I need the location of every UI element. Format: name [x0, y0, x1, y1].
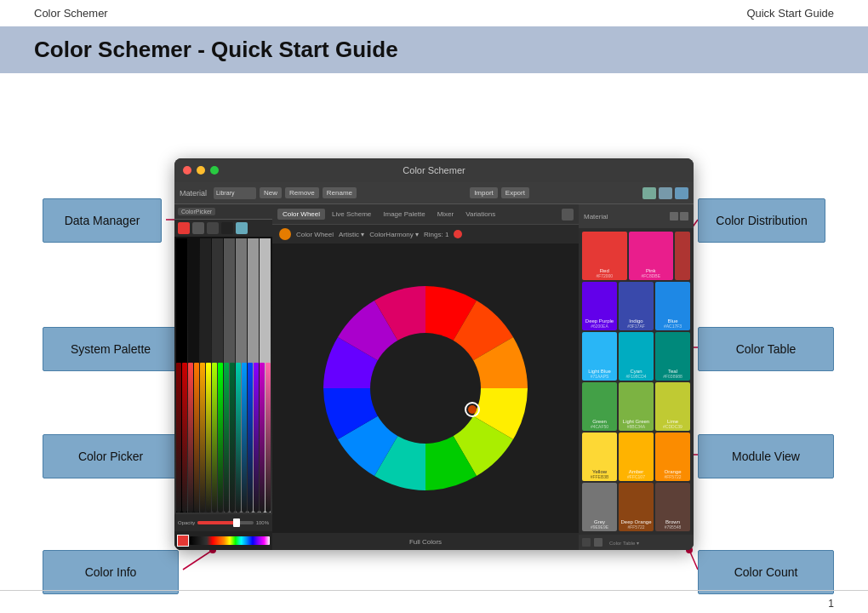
ct-cell-teal: Teal #F038988: [655, 332, 690, 381]
data-manager-label: Data Manager: [43, 198, 162, 243]
ct-cell-indigo: Indigo #3F17AF: [619, 282, 654, 330]
color-table-label: Color Table: [698, 327, 834, 371]
page-title: Color Schemer - Quick Start Guide: [34, 37, 834, 63]
color-wheel-svg: [306, 269, 545, 507]
tab-colorwheel[interactable]: Color Wheel: [277, 209, 325, 220]
color-distribution-label: Color Distribution: [698, 198, 825, 243]
wheel-canvas: [272, 243, 579, 533]
ct-grid: Red #F72000 Pink #FC8DBE Deep Purple: [579, 228, 694, 535]
color-table-panel: Material Red #F72000: [579, 204, 694, 550]
tab-imagepalette[interactable]: Image Palette: [378, 209, 430, 220]
palette-sidebar: ColorPicker: [174, 204, 272, 550]
pencils-area: [174, 237, 272, 514]
export-btn[interactable]: Export: [501, 187, 529, 198]
ct-material-label: Material: [584, 213, 608, 221]
full-colors-label: Full Colors: [272, 533, 579, 550]
system-palette-label: System Palette: [43, 327, 179, 371]
toolbar-icon-2: [659, 187, 672, 199]
wheel-controls: Color Wheel Artistic ▾ ColorHarmony ▾ Ri…: [272, 225, 579, 243]
ct-cell-grey: Grey #9E9E9E: [582, 483, 617, 531]
pencil-bars: [174, 361, 272, 514]
ct-cell-yellow: Yellow #FFEB3B: [582, 433, 617, 481]
app-toolbar: Material Library New Remove Rename Impor…: [174, 182, 694, 204]
ct-cell-red: Red #F72000: [582, 232, 627, 280]
minimize-dot: [197, 166, 205, 175]
picker-swatch-1: [178, 222, 190, 234]
ct-cell-cyan: Cyan #F198CD4: [619, 332, 654, 381]
ct-icon-2: [680, 212, 688, 221]
svg-point-22: [370, 333, 481, 444]
rename-btn[interactable]: Rename: [323, 187, 357, 198]
color-indicator: [454, 230, 462, 238]
ct-row-6: Grey #9E9E9E Deep Orange #FF5722 Brown #…: [582, 483, 690, 531]
close-dot: [183, 166, 191, 175]
ct-cell-amber: Amber #FFC107: [619, 433, 654, 481]
color-info-label: Color Info: [43, 550, 179, 594]
color-dot: [279, 228, 291, 240]
ct-cell-deeporange: Deep Orange #FF5722: [619, 483, 654, 531]
ct-row-5: Yellow #FFEB3B Amber #FFC107 Orange #FF5…: [582, 433, 690, 481]
page-header: Color Schemer Quick Start Guide: [0, 0, 868, 26]
ct-row-3: Light Blue #71AAPS Cyan #F198CD4 Teal #F…: [582, 332, 690, 381]
ct-cell-brown: Brown #795548: [655, 483, 690, 531]
module-view-label: Module View: [698, 434, 834, 478]
picker-swatch-3: [207, 222, 219, 234]
picker-swatch-2: [192, 222, 204, 234]
tab-variations[interactable]: Variations: [460, 209, 500, 220]
picker-swatch-5: [236, 222, 248, 234]
wheel-tabs: Color Wheel Live Scheme Image Palette Mi…: [272, 204, 579, 225]
ct-cell-lightblue: Light Blue #71AAPS: [582, 332, 617, 381]
toolbar-icon-1: [642, 187, 656, 199]
ct-cell-pink: Pink #FC8DBE: [629, 232, 674, 280]
main-content: Data Manager Import / Export Output Copy…: [0, 90, 868, 613]
ct-cell-green: Green #4CAF50: [582, 382, 617, 431]
remove-btn[interactable]: Remove: [285, 187, 319, 198]
ct-cell-deeppurple: Deep Purple #6200EA: [582, 282, 617, 330]
ct-icon-1: [670, 212, 678, 221]
ct-cell-blue: Blue #AC17F3: [655, 282, 690, 330]
svg-line-18: [183, 550, 213, 570]
right-toolbar-icons: [642, 187, 688, 199]
maximize-dot: [210, 166, 219, 175]
app-titlebar: Color Schemer: [174, 158, 694, 182]
svg-point-23: [468, 405, 477, 414]
title-bar: Color Schemer - Quick Start Guide: [0, 26, 868, 73]
header-right: Quick Start Guide: [746, 7, 834, 20]
page-number: 1: [828, 598, 834, 610]
header-left: Color Schemer: [34, 7, 108, 20]
ct-cell-lightgreen: Light Green #8BC34A: [619, 382, 654, 431]
new-btn[interactable]: New: [260, 187, 282, 198]
grid-icon: [562, 209, 574, 221]
ct-cell-orange: Orange #FF5722: [655, 433, 690, 481]
page-footer: 1: [0, 590, 868, 610]
color-count-label: Color Count: [698, 550, 834, 594]
tab-mixer[interactable]: Mixer: [432, 209, 460, 220]
ct-cell-lime: Lime #CDDC39: [655, 382, 690, 431]
opacity-control: Opacity 100%: [174, 514, 272, 531]
ct-statusbar: Color Table ▾: [579, 535, 694, 550]
ct-row-1: Red #F72000 Pink #FC8DBE: [582, 232, 690, 280]
svg-line-20: [689, 550, 698, 570]
ct-cell-accent: [675, 232, 690, 280]
library-field: Library: [214, 187, 256, 199]
wheel-area: Color Wheel Live Scheme Image Palette Mi…: [272, 204, 579, 550]
import-btn[interactable]: Import: [470, 187, 498, 198]
app-screenshot: Color Schemer Material Library New Remov…: [174, 158, 694, 550]
color-mix-row: [174, 531, 272, 550]
tab-livescheme[interactable]: Live Scheme: [327, 209, 376, 220]
picker-swatch-4: [221, 222, 233, 234]
app-body: ColorPicker: [174, 204, 694, 550]
toolbar-icon-3: [675, 187, 688, 199]
ct-row-2: Deep Purple #6200EA Indigo #3F17AF Blue …: [582, 282, 690, 330]
app-title: Color Schemer: [403, 165, 465, 175]
ct-row-4: Green #4CAF50 Light Green #8BC34A Lime #…: [582, 382, 690, 431]
ct-header: Material: [579, 204, 694, 228]
color-picker-label: Color Picker: [43, 434, 179, 478]
